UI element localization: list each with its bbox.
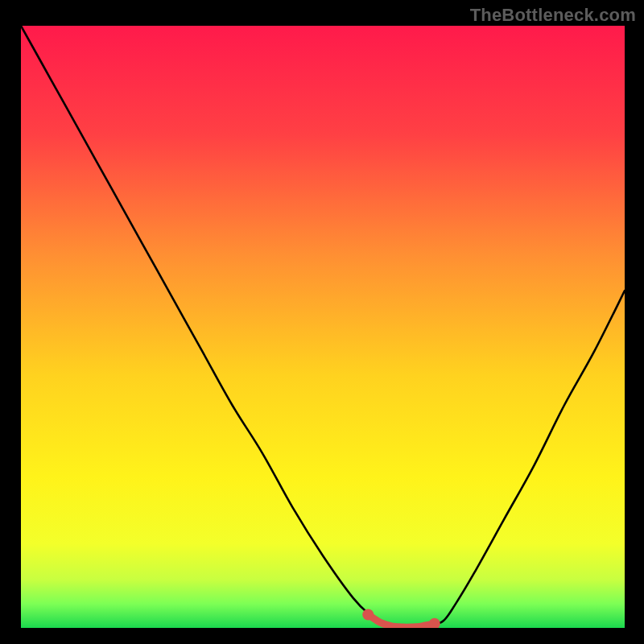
- watermark-text: TheBottleneck.com: [470, 5, 636, 26]
- plot-area: [21, 26, 625, 628]
- chart-background: [21, 26, 625, 628]
- chart-container: TheBottleneck.com: [0, 0, 644, 644]
- chart-svg: [21, 26, 625, 628]
- marker-highlight-start: [362, 609, 374, 621]
